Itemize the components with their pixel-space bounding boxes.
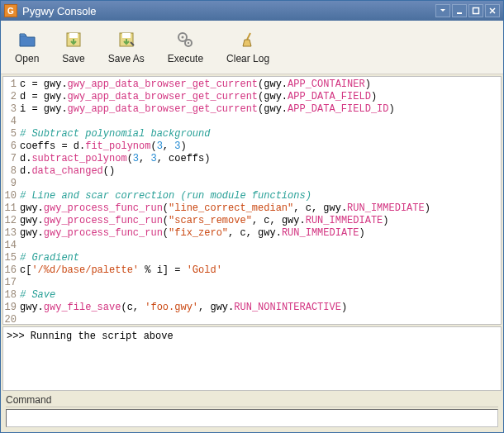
code-text: # Line and scar correction (run module f…	[20, 190, 501, 202]
svg-rect-6	[69, 33, 78, 38]
gears-icon	[175, 30, 195, 50]
code-line[interactable]: 19gwy.gwy_file_save(c, 'foo.gwy', gwy.RU…	[3, 302, 501, 314]
window-title: Pygwy Console	[22, 5, 434, 17]
code-line[interactable]: 13gwy.gwy_process_func_run("fix_zero", c…	[3, 227, 501, 240]
save-as-label: Save As	[108, 53, 145, 64]
save-label: Save	[62, 53, 84, 64]
line-number: 13	[3, 227, 20, 240]
close-button[interactable]	[485, 4, 500, 17]
code-text: gwy.gwy_process_func_run("line_correct_m…	[20, 202, 501, 215]
code-text	[20, 178, 501, 190]
code-line[interactable]: 17	[3, 277, 501, 289]
line-number: 9	[3, 178, 20, 190]
code-text: gwy.gwy_file_save(c, 'foo.gwy', gwy.RUN_…	[20, 302, 501, 314]
toolbar: Open Save Save As Execute Clear Log	[1, 21, 503, 74]
output-pane[interactable]: >>> Running the script above	[2, 326, 502, 391]
line-number: 14	[3, 240, 20, 252]
code-text: d = gwy.gwy_app_data_browser_get_current…	[20, 91, 501, 103]
command-label: Command	[6, 394, 498, 407]
save-icon	[64, 30, 83, 50]
code-text	[20, 277, 501, 289]
svg-point-11	[182, 36, 184, 39]
save-button[interactable]: Save	[51, 26, 95, 69]
line-number: 20	[3, 314, 20, 325]
code-line[interactable]: 6coeffs = d.fit_polynom(3, 3)	[3, 140, 501, 153]
line-number: 3	[3, 103, 20, 116]
code-text: d.subtract_polynom(3, 3, coeffs)	[20, 153, 501, 165]
open-label: Open	[15, 53, 39, 64]
titlebar[interactable]: G Pygwy Console	[1, 1, 503, 21]
code-line[interactable]: 15# Gradient	[3, 252, 501, 264]
save-as-button[interactable]: Save As	[97, 26, 155, 69]
svg-rect-1	[457, 12, 462, 14]
code-line[interactable]: 2d = gwy.gwy_app_data_browser_get_curren…	[3, 91, 501, 103]
code-line[interactable]: 1c = gwy.gwy_app_data_browser_get_curren…	[3, 79, 501, 91]
code-text: d.data_changed()	[20, 165, 501, 178]
line-number: 12	[3, 215, 20, 227]
line-number: 18	[3, 289, 20, 302]
line-number: 4	[3, 116, 20, 128]
code-line[interactable]: 20	[3, 314, 501, 325]
svg-rect-2	[473, 8, 479, 14]
code-text: gwy.gwy_process_func_run("scars_remove",…	[20, 215, 501, 227]
code-text: # Gradient	[20, 252, 501, 264]
line-number: 11	[3, 202, 20, 215]
command-section: Command	[1, 393, 503, 432]
line-number: 8	[3, 165, 20, 178]
context-help-button[interactable]	[435, 4, 450, 17]
line-number: 17	[3, 277, 20, 289]
code-line[interactable]: 18# Save	[3, 289, 501, 302]
line-number: 10	[3, 190, 20, 202]
clear-log-label: Clear Log	[226, 53, 269, 64]
svg-rect-8	[122, 33, 131, 38]
code-line[interactable]: 14	[3, 240, 501, 252]
code-text	[20, 240, 501, 252]
execute-label: Execute	[168, 53, 203, 64]
code-line[interactable]: 16c['/%d/base/palette' % i] = 'Gold'	[3, 264, 501, 277]
output-text: >>> Running the script above	[7, 331, 174, 342]
line-number: 16	[3, 264, 20, 277]
svg-point-12	[188, 42, 189, 44]
code-editor[interactable]: 1c = gwy.gwy_app_data_browser_get_curren…	[2, 76, 502, 325]
code-text: # Subtract polynomial background	[20, 128, 501, 140]
code-text: gwy.gwy_process_func_run("fix_zero", c, …	[20, 227, 501, 240]
code-line[interactable]: 8d.data_changed()	[3, 165, 501, 178]
line-number: 5	[3, 128, 20, 140]
line-number: 2	[3, 91, 20, 103]
line-number: 19	[3, 302, 20, 314]
window: G Pygwy Console Open Save Save As Execut…	[0, 0, 504, 433]
line-number: 7	[3, 153, 20, 165]
maximize-button[interactable]	[468, 4, 483, 17]
line-number: 15	[3, 252, 20, 264]
code-text: c['/%d/base/palette' % i] = 'Gold'	[20, 264, 501, 277]
code-line[interactable]: 5# Subtract polynomial background	[3, 128, 501, 140]
code-line[interactable]: 4	[3, 116, 501, 128]
code-text	[20, 116, 501, 128]
code-line[interactable]: 12gwy.gwy_process_func_run("scars_remove…	[3, 215, 501, 227]
code-text: c = gwy.gwy_app_data_browser_get_current…	[20, 79, 501, 91]
open-button[interactable]: Open	[4, 26, 50, 69]
code-text: coeffs = d.fit_polynom(3, 3)	[20, 140, 501, 153]
code-text: i = gwy.gwy_app_data_browser_get_current…	[20, 103, 501, 116]
code-text: # Save	[20, 289, 501, 302]
code-line[interactable]: 9	[3, 178, 501, 190]
code-line[interactable]: 3i = gwy.gwy_app_data_browser_get_curren…	[3, 103, 501, 116]
line-number: 1	[3, 79, 20, 91]
execute-button[interactable]: Execute	[157, 26, 214, 69]
code-text	[20, 314, 501, 325]
open-folder-icon	[17, 30, 37, 50]
command-input[interactable]	[6, 409, 498, 427]
clear-log-button[interactable]: Clear Log	[216, 26, 280, 69]
broom-icon	[238, 30, 258, 50]
line-number: 6	[3, 140, 20, 153]
app-icon: G	[4, 4, 17, 17]
minimize-button[interactable]	[452, 4, 467, 17]
code-line[interactable]: 10# Line and scar correction (run module…	[3, 190, 501, 202]
code-line[interactable]: 7d.subtract_polynom(3, 3, coeffs)	[3, 153, 501, 165]
code-line[interactable]: 11gwy.gwy_process_func_run("line_correct…	[3, 202, 501, 215]
svg-marker-0	[440, 9, 445, 12]
save-as-icon	[116, 30, 136, 50]
